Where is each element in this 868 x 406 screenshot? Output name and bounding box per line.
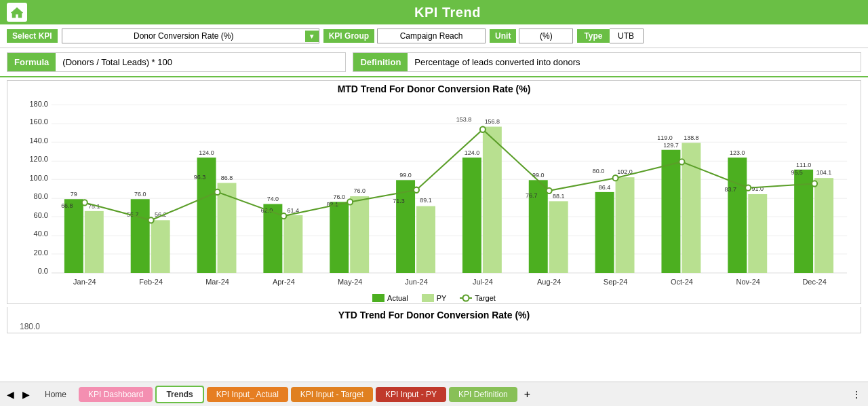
mtd-chart-title: MTD Trend For Donor Conversion Rate (%) bbox=[14, 84, 854, 94]
formula-label: Formula bbox=[7, 53, 56, 71]
kpi-group: KPI Group Campaign Reach bbox=[323, 29, 486, 43]
nov-group: 123.0 91.0 83.7 Nov-24 bbox=[725, 149, 768, 286]
svg-point-95 bbox=[215, 189, 220, 195]
legend-py: PY bbox=[422, 294, 447, 302]
oct-group: 129.7 138.8 119.0 Oct-24 bbox=[657, 134, 701, 286]
svg-text:111.0: 111.0 bbox=[796, 161, 811, 168]
ytd-area: YTD Trend For Donor Conversion Rate (%) … bbox=[7, 307, 861, 333]
svg-text:123.0: 123.0 bbox=[730, 149, 745, 156]
svg-rect-21 bbox=[64, 199, 83, 273]
svg-text:Jun-24: Jun-24 bbox=[405, 277, 428, 285]
svg-text:Sep-24: Sep-24 bbox=[604, 277, 627, 285]
svg-rect-40 bbox=[283, 215, 302, 273]
svg-text:156.8: 156.8 bbox=[485, 118, 500, 125]
legend-actual-label: Actual bbox=[387, 294, 408, 302]
svg-text:74.0: 74.0 bbox=[267, 196, 279, 202]
home-icon[interactable] bbox=[7, 3, 27, 22]
mtd-chart-container: .axis-label { font-size: 11px; fill: #33… bbox=[14, 96, 854, 293]
legend-py-label: PY bbox=[437, 294, 447, 302]
svg-text:104.1: 104.1 bbox=[816, 169, 831, 176]
svg-rect-64 bbox=[549, 201, 568, 273]
definition-label: Definition bbox=[353, 53, 408, 71]
kpi-select-value: Donor Conversion Rate (%) bbox=[62, 29, 305, 43]
jul-group: 124.0 156.8 153.8 Jul-24 bbox=[456, 116, 502, 285]
svg-text:60.0: 60.0 bbox=[34, 211, 48, 219]
svg-text:119.0: 119.0 bbox=[657, 134, 672, 141]
svg-point-94 bbox=[149, 217, 154, 223]
chart-legend: Actual PY Target bbox=[14, 294, 854, 302]
formula-row: Formula (Donors / Total Leads) * 100 Def… bbox=[0, 48, 868, 77]
svg-text:66.8: 66.8 bbox=[61, 202, 73, 209]
tab-prev[interactable]: ◀ bbox=[4, 388, 17, 401]
svg-text:140.0: 140.0 bbox=[29, 136, 47, 145]
apr-group: 74.0 61.4 62.0 Apr-24 bbox=[261, 196, 303, 285]
svg-text:138.8: 138.8 bbox=[684, 134, 698, 141]
svg-text:83.7: 83.7 bbox=[725, 186, 736, 193]
mar-group: 124.0 86.8 96.3 Mar-24 bbox=[194, 149, 237, 286]
svg-text:May-24: May-24 bbox=[338, 277, 363, 285]
svg-text:180.0: 180.0 bbox=[29, 99, 47, 107]
bottom-tab-bar: ◀ ▶ Home KPI Dashboard Trends KPI Input_… bbox=[0, 382, 868, 406]
tab-trends[interactable]: Trends bbox=[155, 386, 203, 403]
kpi-select[interactable]: Donor Conversion Rate (%) ▼ bbox=[62, 29, 319, 43]
dropdown-arrow-icon[interactable]: ▼ bbox=[305, 31, 319, 42]
svg-text:80.0: 80.0 bbox=[593, 168, 604, 174]
svg-text:76.0: 76.0 bbox=[134, 191, 146, 198]
svg-text:124.0: 124.0 bbox=[465, 149, 479, 156]
svg-rect-27 bbox=[131, 199, 150, 273]
definition-value: Percentage of leads converted into donor… bbox=[408, 53, 587, 71]
svg-text:Dec-24: Dec-24 bbox=[802, 277, 826, 285]
tab-more[interactable]: ⋮ bbox=[849, 388, 864, 401]
kpi-type: Type UTB bbox=[577, 29, 643, 43]
legend-target: Target bbox=[460, 294, 496, 302]
svg-text:Jan-24: Jan-24 bbox=[73, 277, 96, 285]
legend-actual-box bbox=[372, 294, 384, 302]
svg-point-98 bbox=[414, 187, 419, 193]
tab-home[interactable]: Home bbox=[35, 387, 76, 402]
kpi-group-value: Campaign Reach bbox=[377, 29, 486, 43]
svg-point-100 bbox=[547, 188, 552, 193]
svg-point-99 bbox=[480, 127, 486, 132]
svg-text:100.0: 100.0 bbox=[29, 174, 47, 182]
tab-kpi-input-actual[interactable]: KPI Input_ Actual bbox=[207, 387, 288, 402]
mtd-chart-svg: .axis-label { font-size: 11px; fill: #33… bbox=[14, 96, 854, 293]
svg-rect-88 bbox=[814, 178, 833, 273]
svg-rect-52 bbox=[416, 206, 435, 273]
svg-text:20.0: 20.0 bbox=[34, 248, 48, 257]
svg-text:95.5: 95.5 bbox=[791, 169, 802, 176]
type-label: Type bbox=[577, 29, 609, 43]
page-title: KPI Trend bbox=[34, 5, 861, 20]
svg-text:129.7: 129.7 bbox=[663, 141, 678, 148]
svg-text:89.1: 89.1 bbox=[420, 197, 431, 204]
tab-next[interactable]: ▶ bbox=[20, 388, 33, 401]
svg-point-96 bbox=[281, 213, 286, 219]
ytd-y-label: 180.0 bbox=[14, 322, 854, 331]
svg-text:76.0: 76.0 bbox=[333, 193, 344, 200]
svg-rect-82 bbox=[748, 194, 767, 273]
dec-group: 111.0 104.1 95.5 Dec-24 bbox=[791, 161, 833, 285]
unit-value: (%) bbox=[519, 29, 573, 43]
feb-group: 76.0 56.2 55.7 Feb-24 bbox=[127, 191, 170, 286]
svg-rect-58 bbox=[483, 127, 502, 273]
svg-text:91.0: 91.0 bbox=[751, 185, 763, 192]
svg-point-103 bbox=[745, 185, 751, 191]
tab-kpi-dashboard[interactable]: KPI Dashboard bbox=[79, 387, 153, 402]
svg-text:40.0: 40.0 bbox=[34, 229, 48, 238]
tab-kpi-definition[interactable]: KPI Definition bbox=[449, 387, 517, 402]
svg-text:76.0: 76.0 bbox=[353, 187, 365, 194]
svg-point-101 bbox=[613, 175, 618, 181]
definition-box: Definition Percentage of leads converted… bbox=[353, 52, 861, 72]
svg-text:Apr-24: Apr-24 bbox=[273, 277, 295, 285]
svg-text:99.0: 99.0 bbox=[399, 172, 411, 179]
svg-text:Oct-24: Oct-24 bbox=[671, 277, 693, 285]
svg-text:124.0: 124.0 bbox=[199, 149, 214, 156]
tab-add[interactable]: + bbox=[520, 387, 534, 402]
svg-rect-28 bbox=[151, 220, 170, 273]
tab-kpi-input-py[interactable]: KPI Input - PY bbox=[376, 387, 446, 402]
legend-target-label: Target bbox=[475, 294, 496, 302]
mtd-chart-area: MTD Trend For Donor Conversion Rate (%) … bbox=[7, 80, 861, 304]
tab-kpi-input-target[interactable]: KPI Input - Target bbox=[291, 387, 373, 402]
svg-rect-57 bbox=[462, 158, 481, 273]
svg-text:Aug-24: Aug-24 bbox=[537, 277, 561, 285]
svg-text:Mar-24: Mar-24 bbox=[205, 277, 229, 285]
